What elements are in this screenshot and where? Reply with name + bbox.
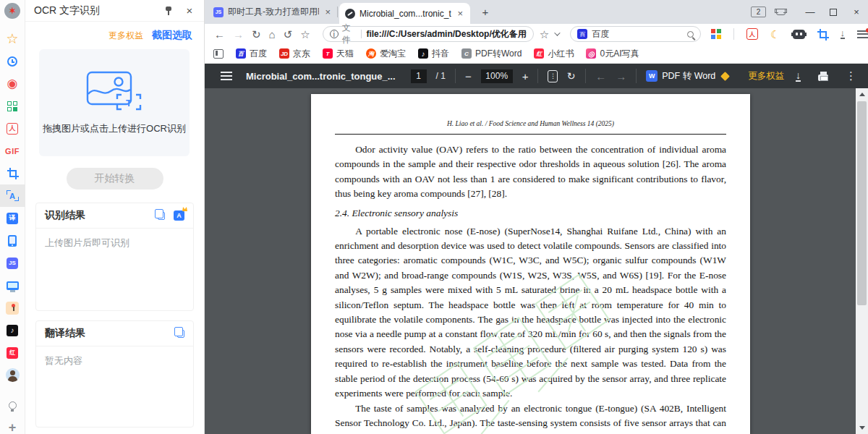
record-icon: ◉ (7, 77, 18, 90)
rail-item-profile[interactable] (0, 364, 25, 386)
download-icon[interactable]: ↓ (796, 71, 801, 82)
bookmark-sidebar-icon[interactable] (213, 49, 224, 59)
upload-dropzone[interactable]: T 拖拽图片或点击上传进行OCR识别 (39, 49, 190, 156)
bookmark-ai-photo[interactable]: ◎0元AI写真 (586, 48, 639, 60)
bookmark-douyin[interactable]: ♪抖音 (418, 48, 449, 60)
apps-grid-icon[interactable] (711, 29, 721, 39)
tab-close-icon[interactable]: × (323, 7, 332, 17)
address-bar[interactable]: i 文件 file:///C:/Users/admin/Desktop/优化备用… (323, 26, 534, 42)
divider (537, 69, 538, 83)
rail-item-add-tool[interactable]: + (0, 417, 25, 434)
tab-count-badge[interactable]: 2 (751, 7, 766, 17)
section-heading: 2.4. Electronic sensory analysis (335, 208, 726, 219)
tab-favicon (345, 9, 355, 19)
zoom-out-button[interactable]: − (465, 71, 472, 82)
translation-placeholder: 暂无内容 (36, 346, 193, 375)
rail-item-ocr[interactable]: A (0, 184, 25, 207)
rail-item-screenshot[interactable] (0, 162, 25, 184)
divider (455, 69, 456, 83)
bookmark-tmall[interactable]: T天猫 (323, 48, 354, 60)
favorite-star-icon[interactable]: ☆ (540, 29, 549, 40)
favicon: ◎ (586, 48, 596, 59)
rail-item-pdf-tool[interactable]: 人 (0, 117, 25, 140)
rail-item-qr-code[interactable] (0, 95, 25, 117)
theme-shirt-icon[interactable] (776, 9, 786, 15)
pdf-extension-icon[interactable]: 人 (746, 28, 758, 40)
page-number-input[interactable]: 1 (411, 69, 427, 83)
scroll-down-arrow[interactable] (856, 422, 868, 433)
print-icon[interactable] (818, 75, 828, 81)
copy-icon[interactable] (158, 212, 165, 220)
download-icon[interactable]: ↓ (841, 29, 846, 39)
pdf-menu-icon[interactable] (221, 75, 232, 77)
close-window-button[interactable]: × (845, 0, 868, 24)
scroll-up-arrow[interactable] (856, 89, 868, 100)
recent-history-button[interactable]: ↺ (284, 29, 293, 40)
more-benefits-link[interactable]: 更多权益 (109, 30, 143, 42)
kebab-menu-icon[interactable]: ⋮ (846, 69, 856, 82)
rail-item-history[interactable] (0, 50, 25, 72)
pdf-to-word-button[interactable]: PDF 转 Word (662, 70, 715, 82)
file-scheme-label: 文件 (342, 22, 358, 46)
forward-button[interactable]: → (233, 29, 244, 40)
prev-page-button[interactable]: ← (595, 70, 606, 82)
rail-item-douyin[interactable]: ♪ (0, 319, 25, 341)
more-benefits-link[interactable]: 更多权益 (748, 70, 784, 82)
dark-mode-icon[interactable]: ☾ (770, 29, 780, 40)
screenshot-crop-icon[interactable] (817, 29, 828, 40)
chevron-down-icon[interactable] (554, 30, 560, 35)
rail-item-jishi-tools[interactable]: JS (0, 252, 25, 274)
rail-item-gif-tool[interactable]: GIF (0, 140, 25, 162)
pin-icon[interactable] (163, 6, 174, 16)
fit-page-icon[interactable]: ⋮ (548, 70, 558, 82)
rail-item-translate[interactable]: 译 (0, 207, 25, 229)
tab-title: Microbial_com...tronic_tongue (359, 9, 451, 19)
tab-jishi-tools[interactable]: JS 即时工具-致力打造即用即走型在 × (208, 0, 338, 24)
start-convert-button[interactable]: 开始转换 (67, 168, 163, 190)
browser-menu-icon[interactable] (857, 30, 868, 38)
maximize-button[interactable] (822, 0, 845, 24)
translation-card: 翻译结果 暂无内容 (35, 320, 194, 427)
app-logo[interactable]: ✶ (0, 0, 25, 22)
zoom-in-button[interactable]: + (522, 71, 529, 82)
tab-pdf-document[interactable]: Microbial_com...tronic_tongue × (339, 3, 470, 24)
bookmark-taobao[interactable]: 淘爱淘宝 (366, 48, 406, 60)
pdf-title: Microbial_com...tronic_tongue_... (246, 71, 396, 82)
rail-item-feedback[interactable] (0, 394, 25, 417)
paragraph-etongue: The taste of samples was analyzed by an … (335, 401, 726, 434)
rail-item-game[interactable] (0, 297, 25, 319)
translate-premium-icon[interactable]: A (174, 210, 184, 221)
reload-button[interactable]: ↻ (252, 29, 261, 40)
capture-select-link[interactable]: 截图选取 (152, 29, 192, 42)
bookmark-star-button[interactable]: ☆ (300, 29, 310, 40)
bookmark-jd[interactable]: JD京东 (279, 48, 310, 60)
page-info-icon[interactable]: i (330, 30, 339, 38)
bookmark-pdf2word[interactable]: CPDF转Word (461, 48, 522, 60)
assistant-robot-icon[interactable] (793, 30, 805, 39)
bookmark-xiaohongshu[interactable]: 红小红书 (534, 48, 574, 60)
rail-item-screen-record[interactable]: ◉ (0, 72, 25, 95)
search-icon[interactable] (687, 31, 694, 38)
divider (335, 134, 726, 135)
search-box[interactable]: 百 百度 (570, 26, 701, 42)
bookmark-baidu[interactable]: 百百度 (236, 48, 267, 60)
close-icon[interactable]: × (184, 4, 195, 17)
ocr-scan-icon: A (7, 190, 19, 201)
ocr-panel-title: OCR 文字识别 (34, 4, 100, 17)
back-button[interactable]: ← (214, 29, 225, 40)
new-tab-button[interactable]: + (478, 5, 493, 20)
tab-close-icon[interactable]: × (456, 8, 464, 19)
rail-item-favorites[interactable]: ☆ (0, 27, 25, 50)
rail-item-xiaohongshu[interactable]: 红 (0, 341, 25, 364)
rail-item-phone-cast[interactable] (0, 229, 25, 252)
result-placeholder: 上传图片后即可识别 (36, 229, 193, 258)
next-page-button[interactable]: → (616, 70, 626, 82)
copy-icon[interactable] (177, 330, 184, 338)
rail-item-screen-share[interactable] (0, 274, 25, 297)
home-button[interactable]: ⌂ (269, 29, 276, 40)
minimize-button[interactable]: — (799, 0, 822, 24)
scrollbar[interactable] (856, 88, 868, 434)
scrollbar-thumb[interactable] (857, 101, 867, 305)
address-url[interactable]: file:///C:/Users/admin/Desktop/优化备用素... (366, 28, 526, 41)
rotate-icon[interactable]: ↺ (567, 70, 576, 82)
